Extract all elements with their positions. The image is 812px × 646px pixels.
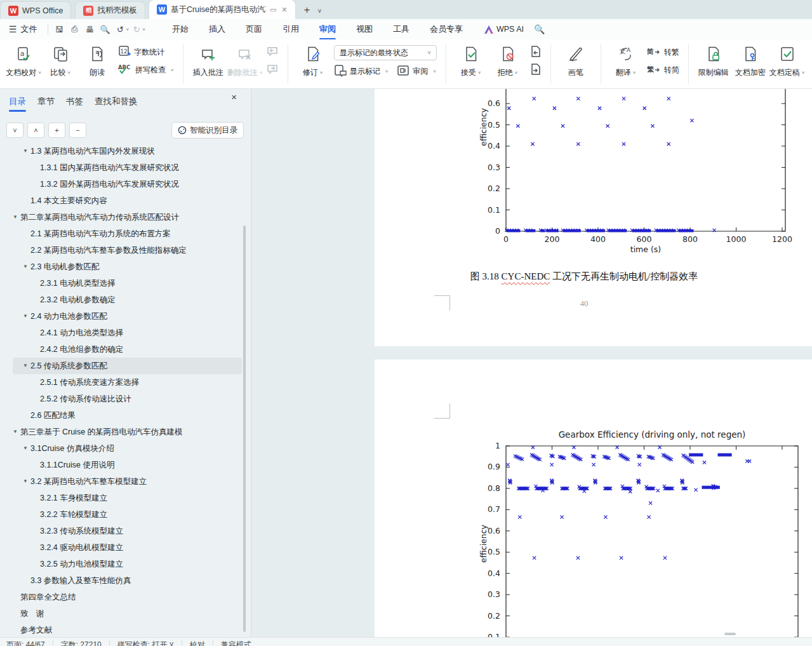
final-button[interactable]: 文档定稿˅ (769, 43, 806, 78)
wps-ai-entry[interactable]: WPS AI (484, 25, 524, 34)
tab-list-dropdown-icon[interactable]: ˅ (317, 8, 321, 15)
sidebar-tab-3[interactable]: 查找和替换 (95, 96, 138, 110)
zoom-out-button[interactable]: − (69, 123, 86, 138)
smart-toc-button[interactable]: 智能识别目录 (171, 122, 244, 138)
toc-item-3[interactable]: 1.4 本文主要研究内容 (0, 192, 251, 209)
zoom-in-button[interactable]: + (48, 123, 65, 138)
collapse-arrow-icon[interactable]: ▼ (13, 214, 18, 220)
menu-tab-6[interactable]: 工具 (383, 21, 420, 37)
toc-item-13[interactable]: ▼2.5 传动系统参数匹配 (0, 358, 251, 374)
toc-item-14[interactable]: 2.5.1 传动系统变速方案选择 (0, 374, 251, 391)
collapse-arrow-icon[interactable]: ▼ (23, 478, 28, 484)
status-item-2[interactable]: 拼写检查: 打开 ˅ (117, 640, 174, 646)
read-button[interactable]: ≣朗读 (79, 43, 116, 78)
restrict-button[interactable]: 限制编辑 (695, 43, 732, 78)
toc-item-23[interactable]: 3.2.3 传动系统模型建立 (0, 523, 251, 539)
window-tab-2[interactable]: W基于Cruise的某两挡电动汽车仿真▭✕ (149, 0, 295, 19)
horizontal-scrollbar[interactable] (724, 633, 736, 635)
toc-item-28[interactable]: 致 谢 (0, 605, 251, 622)
print-preview-icon[interactable]: 🔍 (98, 22, 113, 36)
toc-item-8[interactable]: 2.3.1 电动机类型选择 (0, 275, 251, 292)
revise-button[interactable]: 修订˅ (295, 43, 331, 78)
collapse-all-button[interactable]: ˄ (27, 123, 44, 138)
toc-item-2[interactable]: 1.3.2 国外某两挡电动汽车发展研究状况 (0, 176, 251, 192)
markup-state-combobox[interactable]: 显示标记的最终状态˅ (334, 45, 437, 60)
toc-item-19[interactable]: 3.1.1Cruise 使用说明 (0, 457, 251, 473)
collapse-arrow-icon[interactable]: ▼ (23, 363, 28, 368)
toc-item-9[interactable]: 2.3.2 电动机参数确定 (0, 292, 251, 308)
showmark-button[interactable]: 显示标记˅ (334, 64, 389, 78)
translate-button[interactable]: 文A翻译˅ (608, 43, 644, 78)
hamburger-menu-icon[interactable]: ☰ (9, 24, 17, 34)
comment-del-button[interactable]: 删除批注˅ (227, 43, 263, 78)
sidebar-close-icon[interactable]: × (231, 91, 237, 102)
toc-item-27[interactable]: 第四章全文总结 (0, 589, 251, 605)
window-tab-1[interactable]: 稻找稻壳模板 (75, 1, 145, 19)
menu-tab-4[interactable]: 审阅 (309, 21, 346, 37)
toc-item-24[interactable]: 3.2.4 驱动电机模型建立 (0, 539, 251, 556)
toc-item-20[interactable]: ▼3.2 某两挡电动汽车整车模型建立 (0, 473, 251, 490)
print-icon[interactable]: 🖶 (83, 22, 98, 36)
accept-button[interactable]: 接受˅ (453, 43, 489, 78)
toc-item-0[interactable]: ▼1.3 某两挡电动汽车国内外发展现状 (0, 143, 251, 159)
toc-item-4[interactable]: ▼第二章某两挡电动汽车动力传动系统匹配设计 (0, 209, 251, 225)
toc-item-25[interactable]: 3.2.5 动力电池模型建立 (0, 556, 251, 572)
wordcount-button[interactable]: 12字数统计 (118, 45, 174, 59)
rev-next-button[interactable] (529, 63, 542, 77)
pen-button[interactable]: 画笔 (557, 43, 594, 78)
comment-prev-button[interactable] (266, 45, 279, 59)
toc-item-16[interactable]: 2.6 匹配结果 (0, 407, 251, 424)
document-canvas[interactable]: 00.10.20.30.40.50.6020040060080010001200… (251, 89, 812, 637)
spell-button[interactable]: ABC拼写检查˅ (118, 63, 174, 77)
menu-tab-2[interactable]: 页面 (236, 21, 272, 37)
export-icon[interactable]: ⎙ (67, 22, 83, 36)
sidebar-tab-0[interactable]: 目录 (9, 96, 26, 110)
toc-item-12[interactable]: 2.4.2 电池组参数的确定 (0, 341, 251, 358)
sidebar-scrollbar[interactable] (243, 225, 246, 632)
fan-button[interactable]: 繁转简 (647, 63, 679, 77)
toc-item-21[interactable]: 3.2.1 车身模型建立 (0, 490, 251, 506)
toc-item-17[interactable]: ▼第三章基于 Cruise 的某两挡电动汽车仿真建模 (0, 424, 251, 440)
rev-prev-button[interactable] (529, 45, 542, 59)
toc-item-18[interactable]: ▼3.1Cruise 仿真模块介绍 (0, 440, 251, 457)
sidebar-tab-2[interactable]: 书签 (66, 96, 83, 110)
new-tab-button[interactable]: + (304, 4, 310, 17)
toc-item-11[interactable]: 2.4.1 动力电池类型选择 (0, 325, 251, 341)
toc-item-22[interactable]: 3.2.2 车轮模型建立 (0, 506, 251, 523)
proof-button[interactable]: a文档校对˅ (5, 43, 42, 78)
save-icon[interactable]: 🖫 (52, 22, 67, 36)
collapse-arrow-icon[interactable]: ▼ (23, 445, 28, 451)
toc-item-10[interactable]: ▼2.4 动力电池参数匹配 (0, 308, 251, 325)
toc-item-6[interactable]: 2.2 某两挡电动汽车整车参数及性能指标确定 (0, 242, 251, 259)
collapse-arrow-icon[interactable]: ▼ (23, 313, 28, 319)
comment-next-button[interactable] (266, 63, 279, 77)
window-tab-0[interactable]: WWPS Office (0, 1, 71, 19)
collapse-arrow-icon[interactable]: ▼ (13, 429, 18, 434)
sidebar-tab-1[interactable]: 章节 (37, 96, 55, 110)
file-menu[interactable]: 文件 (21, 24, 37, 35)
reject-button[interactable]: 拒绝˅ (489, 43, 526, 78)
toc-item-5[interactable]: 2.1 某两挡电动汽车动力系统的布置方案 (0, 225, 251, 242)
doc-status-icon[interactable]: ▭ (270, 6, 276, 14)
status-item-3[interactable]: 校对 (190, 640, 205, 646)
toc-item-7[interactable]: ▼2.3 电动机参数匹配 (0, 259, 251, 275)
collapse-arrow-icon[interactable]: ▼ (23, 264, 28, 269)
tab-close-icon[interactable]: ✕ (281, 6, 287, 14)
search-icon[interactable]: 🔍 (534, 24, 545, 34)
toc-item-15[interactable]: 2.5.2 传动系传动速比设计 (0, 391, 251, 407)
collapse-arrow-icon[interactable]: ▼ (23, 148, 28, 154)
toc-item-26[interactable]: 3.3 参数输入及整车性能仿真 (0, 572, 251, 589)
jian-button[interactable]: 简转繁 (647, 45, 679, 59)
comment-add-button[interactable]: 插入批注 (190, 43, 227, 78)
expand-all-button[interactable]: ˅ (6, 123, 23, 138)
document-page-40[interactable]: 00.10.20.30.40.50.6020040060080010001200… (375, 89, 812, 346)
status-item-1[interactable]: 字数: 27210 (61, 640, 102, 646)
menu-tab-0[interactable]: 开始 (162, 21, 199, 37)
review-button[interactable]: 审阅˅ (397, 64, 436, 78)
menu-tab-3[interactable]: 引用 (272, 21, 309, 37)
menu-tab-5[interactable]: 视图 (346, 21, 383, 37)
menu-tab-7[interactable]: 会员专享 (420, 21, 473, 37)
encrypt-button[interactable]: 文档加密 (732, 43, 769, 78)
status-item-4[interactable]: 兼容模式 (221, 640, 251, 646)
redo-dropdown-icon[interactable]: ˅ (142, 27, 145, 32)
